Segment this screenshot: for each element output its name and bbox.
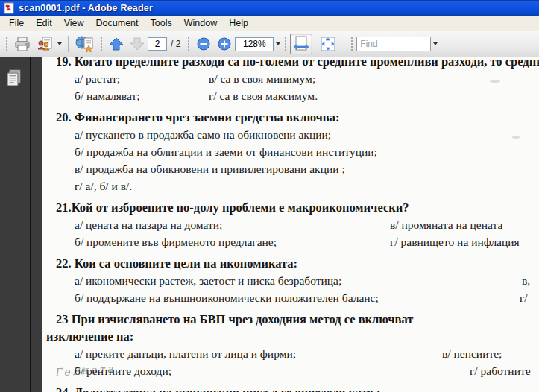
pdf-file-icon — [3, 2, 15, 14]
question-header: 24. Долната точка на стопанския цикъл се… — [42, 384, 539, 392]
title-bar[interactable]: scan0001.pdf - Adobe Reader — [0, 0, 539, 16]
menu-help[interactable]: Help — [223, 16, 254, 30]
question-header-continued: изключение на: — [42, 328, 539, 345]
answer-row: б/ рентните доходи;г/ работните — [42, 362, 539, 379]
question-header: 22. Кои са основните цели на икономиката… — [42, 255, 539, 272]
answer-row: б/ поддържане на външноикономически поло… — [42, 289, 539, 306]
answer-option: в/ пенсиите; — [442, 345, 502, 362]
printer-icon — [13, 36, 31, 52]
zoom-in-button[interactable] — [214, 34, 235, 54]
answer-row: а/ пускането в продажба само на обикнове… — [42, 126, 539, 143]
toolbar-grip[interactable] — [283, 36, 287, 52]
answer-option: г/ работните — [470, 362, 531, 379]
zoom-level-box[interactable]: 128% — [235, 37, 274, 51]
fit-width-button[interactable] — [290, 34, 312, 54]
toolbar-grip[interactable] — [186, 36, 190, 52]
print-button[interactable] — [11, 34, 34, 54]
answer-row: а/ цената на пазара на домати;в/ промяна… — [42, 216, 539, 233]
toolbar-separator — [68, 36, 69, 52]
answer-option: г/ равнището на инфлация — [390, 233, 520, 250]
collaborate-button[interactable] — [34, 34, 64, 54]
answer-option: а/ преките данъци, платени от лица и фир… — [42, 347, 296, 360]
up-arrow-icon — [108, 37, 124, 51]
menu-window[interactable]: Window — [178, 16, 223, 30]
answer-row: а/ растат;в/ са в своя минимум; — [42, 70, 539, 87]
question-header: 21.Кой от изброените по-долу проблеми е … — [42, 199, 539, 216]
page-total-label: / 2 — [171, 39, 180, 49]
answer-option: а/ пускането в продажба само на обикнове… — [42, 128, 331, 141]
answer-option: а/ цената на пазара на домати; — [42, 218, 222, 231]
pages-panel-icon[interactable] — [7, 69, 23, 89]
answer-row: б/ промените във фирменото предлагане;г/… — [42, 233, 539, 250]
answer-row: а/ преките данъци, платени от лица и фир… — [42, 345, 539, 362]
down-arrow-icon — [129, 37, 145, 51]
zoom-out-button[interactable] — [193, 34, 214, 54]
answer-row: в/ продажба на обикновени и привилегиров… — [42, 160, 539, 177]
answer-row: г/ а/, б/ и в/. — [42, 177, 539, 195]
acrobat-online-button[interactable] — [72, 34, 96, 54]
answer-option: г/ а/, б/ и в/. — [42, 180, 132, 192]
answer-option: б/ рентните доходи; — [42, 364, 171, 377]
navigation-pane — [0, 57, 30, 392]
question-header: 23 При изчисляването на БВП чрез доходни… — [42, 311, 539, 328]
question-header: 20. Финансирането чрез заемни средства в… — [42, 109, 539, 126]
plus-circle-icon — [217, 37, 232, 51]
answer-option: б/ продажба на облигации и заеми от фина… — [42, 145, 377, 158]
menu-bar: FileEditViewDocumentToolsWindowHelp — [0, 16, 539, 31]
answer-option: г/ са в своя максимум. — [209, 87, 318, 104]
toolbar-grip[interactable] — [99, 36, 103, 52]
answer-option: в/ продажба на обикновени и привилегиров… — [42, 162, 345, 175]
page-number-input[interactable] — [148, 37, 167, 51]
globe-document-icon — [75, 35, 94, 53]
menu-file[interactable]: File — [3, 16, 30, 30]
menu-edit[interactable]: Edit — [30, 16, 58, 30]
content-area: ГеРната 19. Когато пределните разходи са… — [0, 57, 539, 392]
find-input[interactable] — [356, 37, 431, 51]
fit-width-icon — [292, 35, 310, 53]
zoom-dropdown-arrow[interactable] — [276, 42, 280, 45]
answer-row: б/ продажба на облигации и заеми от фина… — [42, 143, 539, 160]
window-title: scan0001.pdf - Adobe Reader — [19, 3, 153, 13]
toolbar-grip[interactable] — [350, 36, 353, 52]
question-header: 19. Когато пределните разходи са по-голе… — [42, 57, 539, 70]
zoom-level-value: 128% — [243, 39, 266, 49]
next-page-button[interactable] — [127, 34, 148, 54]
collaborate-icon — [36, 36, 55, 52]
toolbar-grip[interactable] — [4, 36, 8, 52]
menu-view[interactable]: View — [58, 16, 90, 30]
answer-option: б/ поддържане на външноикономически поло… — [42, 291, 379, 304]
document-canvas-margin — [31, 57, 42, 392]
menu-tools[interactable]: Tools — [145, 16, 178, 30]
minus-circle-icon — [196, 37, 211, 51]
fit-page-button[interactable] — [317, 34, 339, 54]
menu-document[interactable]: Document — [90, 16, 145, 30]
main-toolbar: / 2 128% — [0, 31, 539, 57]
answer-option: б/ промените във фирменото предлагане; — [42, 235, 277, 248]
answer-option: г/ — [520, 289, 528, 306]
adobe-reader-window: scan0001.pdf - Adobe Reader FileEditView… — [0, 0, 539, 392]
collaborate-dropdown-arrow[interactable] — [57, 42, 62, 45]
answer-option: а/ растат; — [42, 72, 120, 85]
find-dropdown-arrow[interactable] — [433, 42, 438, 45]
answer-row: а/ икономически растеж, заетост и ниска … — [42, 272, 539, 289]
answer-option: а/ икономически растеж, заетост и ниска … — [42, 274, 341, 287]
fit-page-icon — [319, 35, 337, 53]
answer-option: в, — [522, 272, 530, 289]
answer-option: б/ намаляват; — [42, 89, 140, 102]
document-page[interactable]: ГеРната 19. Когато пределните разходи са… — [42, 57, 539, 392]
answer-option: в/ промяната на цената — [390, 216, 502, 233]
answer-row: б/ намаляват;г/ са в своя максимум. — [42, 87, 539, 104]
previous-page-button[interactable] — [106, 34, 127, 54]
answer-option: в/ са в своя минимум; — [209, 70, 315, 87]
